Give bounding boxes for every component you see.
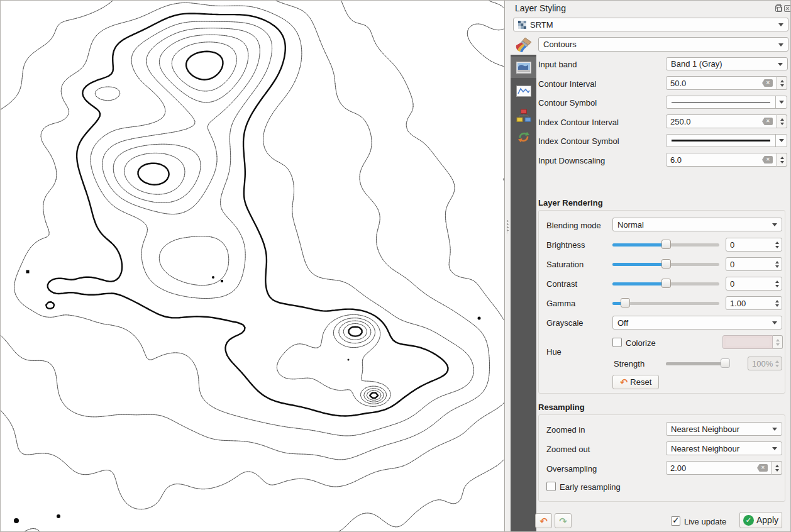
early-resampling-checkbox[interactable]: [546, 482, 556, 491]
index-contour-symbol-combo[interactable]: [666, 134, 787, 147]
saturation-input[interactable]: 0: [726, 257, 782, 271]
live-update-checkbox[interactable]: [671, 516, 680, 526]
tab-structure[interactable]: [511, 104, 536, 126]
map-point-feature: [57, 514, 60, 518]
clear-value-icon[interactable]: [762, 79, 773, 87]
styling-tab-strip: [511, 55, 536, 531]
gamma-label: Gamma: [546, 299, 575, 308]
undo-style-button[interactable]: ↶: [535, 513, 552, 528]
index-contour-interval-input[interactable]: 250.0: [666, 114, 777, 128]
symbol-dropdown-button[interactable]: [775, 96, 787, 108]
index-contour-symbol-label: Index Contour Symbol: [538, 136, 619, 146]
grayscale-combo[interactable]: Off: [612, 316, 782, 330]
clear-value-icon[interactable]: [757, 464, 768, 472]
float-front-square: [777, 7, 782, 11]
tab-symbology[interactable]: [511, 57, 536, 78]
colorize-color-button[interactable]: [722, 335, 773, 349]
map-canvas[interactable]: [1, 1, 505, 531]
symbol-dropdown-button[interactable]: [775, 135, 787, 147]
apply-label: Apply: [756, 515, 778, 525]
contour-interval-stepper[interactable]: [777, 76, 787, 90]
chevron-down-icon: [778, 63, 783, 66]
contrast-input[interactable]: 0: [726, 277, 782, 291]
clear-value-icon[interactable]: [762, 118, 773, 125]
contrast-value: 0: [730, 279, 734, 289]
tab-history[interactable]: [511, 126, 536, 148]
map-point-feature: [212, 276, 214, 279]
chevron-down-icon: [772, 428, 777, 431]
map-point-feature: [14, 518, 19, 523]
reset-button[interactable]: ↶ Reset: [612, 375, 659, 389]
brightness-input[interactable]: 0: [726, 238, 782, 252]
input-downscaling-label: Input Downscaling: [538, 156, 605, 165]
qgis-window: Layer Styling SRTM Contours: [0, 0, 791, 532]
live-update-label: Live update: [684, 517, 726, 526]
gamma-input[interactable]: 1.00: [726, 296, 782, 310]
contour-interval-label: Contour Interval: [538, 79, 597, 89]
histogram-tab-icon: [516, 86, 531, 97]
resampling-title: Resampling: [538, 402, 585, 412]
brightness-slider[interactable]: [612, 240, 719, 250]
oversampling-value: 2.00: [670, 463, 686, 473]
oversampling-input[interactable]: 2.00: [666, 461, 772, 475]
grayscale-label: Grayscale: [546, 318, 584, 328]
clear-value-icon[interactable]: [762, 156, 773, 163]
contour-lines: [91, 21, 390, 406]
input-band-combo[interactable]: Band 1 (Gray): [666, 57, 788, 70]
float-panel-icon[interactable]: [775, 5, 782, 12]
colorize-checkbox[interactable]: [612, 338, 622, 347]
index-contour-lines: [46, 13, 448, 416]
tab-histogram[interactable]: [511, 80, 536, 102]
saturation-label: Saturation: [546, 260, 584, 269]
zoomed-out-combo[interactable]: Nearest Neighbour: [666, 441, 782, 455]
strength-slider[interactable]: [666, 358, 729, 369]
contour-lines: [124, 42, 381, 401]
input-downscaling-stepper[interactable]: [777, 153, 787, 167]
index-contour-interval-label: Index Contour Interval: [538, 118, 619, 127]
input-band-value: Band 1 (Gray): [671, 59, 722, 69]
input-downscaling-input[interactable]: 6.0: [666, 153, 777, 167]
contour-interval-input[interactable]: 50.0: [666, 76, 777, 90]
early-resampling-label: Early resampling: [560, 482, 621, 492]
colorize-color-dropdown[interactable]: [773, 335, 783, 349]
hue-label: Hue: [546, 347, 561, 357]
thick-line-preview: [672, 140, 770, 141]
layer-select-combo[interactable]: SRTM: [513, 18, 788, 31]
chevron-down-icon: [772, 223, 777, 226]
gamma-value: 1.00: [730, 299, 746, 308]
gamma-slider[interactable]: [612, 298, 719, 308]
apply-button[interactable]: ✓ Apply: [739, 512, 782, 528]
zoomed-out-value: Nearest Neighbour: [671, 444, 739, 453]
history-tab-icon: [517, 130, 531, 144]
chevron-down-icon: [779, 101, 784, 104]
index-contour-interval-stepper[interactable]: [777, 114, 787, 128]
oversampling-label: Oversampling: [546, 464, 597, 474]
saturation-value: 0: [730, 260, 734, 269]
index-contour-interval-value: 250.0: [670, 117, 691, 126]
saturation-slider[interactable]: [612, 259, 719, 269]
map-point-feature: [478, 317, 481, 320]
contrast-slider[interactable]: [612, 279, 719, 289]
structure-tab-icon: [516, 109, 531, 122]
symbology-brush-icon: [515, 37, 532, 52]
undo-icon: ↶: [539, 516, 548, 526]
renderer-type-combo[interactable]: Contours: [538, 37, 788, 52]
renderer-type: Contours: [543, 40, 577, 49]
contour-symbol-combo[interactable]: [666, 96, 787, 109]
redo-style-button[interactable]: ↷: [555, 513, 572, 528]
brightness-value: 0: [730, 240, 734, 250]
undo-arrow-icon: ↶: [620, 377, 628, 387]
blending-mode-value: Normal: [617, 220, 644, 230]
contour-interval-value: 50.0: [670, 79, 686, 88]
zoomed-in-combo[interactable]: Nearest Neighbour: [666, 422, 782, 436]
panel-splitter-handle[interactable]: [507, 219, 509, 233]
raster-layer-icon: [518, 21, 526, 29]
apply-check-icon: ✓: [743, 515, 754, 526]
close-panel-icon[interactable]: [784, 5, 791, 12]
oversampling-stepper[interactable]: [772, 461, 782, 475]
grayscale-value: Off: [617, 318, 628, 328]
strength-label: Strength: [614, 359, 644, 369]
reset-label: Reset: [630, 377, 651, 387]
strength-input[interactable]: 100%: [748, 357, 782, 370]
blending-mode-combo[interactable]: Normal: [612, 218, 782, 231]
